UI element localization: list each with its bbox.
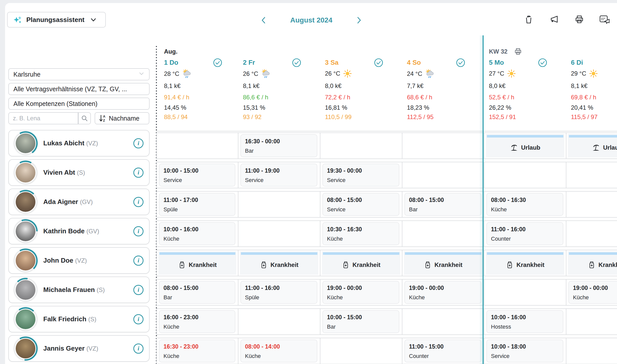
schedule-cell[interactable]: 10:00 - 15:00 Bar <box>320 308 402 335</box>
employee-card[interactable]: Ada Aigner (GV) i <box>8 189 150 215</box>
shift-chip[interactable]: 19:30 - 00:00 Service <box>322 164 399 187</box>
employee-info-button[interactable]: i <box>133 138 143 148</box>
schedule-cell[interactable]: 08:00 - 14:00 Küche <box>238 338 320 364</box>
shift-chip[interactable]: 11:00 - 17:00 Spüle <box>159 193 235 216</box>
schedule-cell[interactable]: 11:00 - 15:00 Counter <box>402 338 484 364</box>
absence-chip[interactable]: Krankheit <box>404 251 482 275</box>
day-label[interactable]: 4 So <box>407 59 421 66</box>
sort-by-lastname-button[interactable]: A Z Nachname <box>95 112 149 124</box>
competencies-select[interactable]: Alle Kompetenzen (Stationen) <box>8 98 150 110</box>
schedule-cell[interactable] <box>238 220 320 247</box>
employee-card[interactable]: Falk Friedrich (S) i <box>8 306 150 332</box>
shift-chip[interactable]: 19:00 - 00:00 Küche <box>404 281 481 304</box>
schedule-cell[interactable] <box>320 132 402 159</box>
schedule-cell[interactable]: 16:00 - 23:00 Küche <box>156 308 238 335</box>
shift-chip[interactable]: 08:00 - 15:00 Service <box>322 193 399 216</box>
schedule-cell[interactable] <box>156 132 238 159</box>
schedule-cell[interactable]: 16:30 - 00:00 Bar <box>238 132 320 159</box>
schedule-cell[interactable] <box>238 308 320 335</box>
schedule-cell[interactable] <box>566 220 617 247</box>
schedule-cell[interactable]: Krankheit <box>484 250 566 276</box>
schedule-cell[interactable]: 10:30 - 16:30 Küche <box>320 220 402 247</box>
employee-info-button[interactable]: i <box>133 197 143 207</box>
schedule-cell[interactable]: 19:00 - 00:00 Küche <box>320 279 402 306</box>
schedule-cell[interactable] <box>402 220 484 247</box>
day-label[interactable]: 6 Di <box>571 59 583 66</box>
day-check-icon[interactable] <box>292 58 301 68</box>
schedule-cell[interactable]: 19:30 - 00:00 Service <box>320 162 402 188</box>
shift-chip[interactable]: 16:30 - 00:00 Bar <box>240 134 317 157</box>
schedule-cell[interactable] <box>320 338 402 364</box>
schedule-cell[interactable] <box>484 162 566 188</box>
schedule-cell[interactable]: 11:00 - 17:00 Spüle <box>156 191 238 218</box>
schedule-cell[interactable]: 10:00 - 16:00 Küche <box>156 220 238 247</box>
schedule-cell[interactable]: 19:00 - 00:00 Küche <box>566 279 617 306</box>
shift-chip[interactable]: 10:00 - 16:00 Hostess <box>486 310 563 333</box>
schedule-cell[interactable] <box>566 338 617 364</box>
employee-card[interactable]: Lukas Abicht (VZ) i <box>8 130 150 156</box>
employee-card[interactable]: Jannis Geyer (VZ) i <box>8 335 150 362</box>
schedule-cell[interactable] <box>566 191 617 218</box>
schedule-cell[interactable] <box>566 162 617 188</box>
shift-chip[interactable]: 10:00 - 15:00 Bar <box>322 310 399 333</box>
employee-info-button[interactable]: i <box>133 314 143 324</box>
schedule-cell[interactable] <box>402 162 484 188</box>
day-check-icon[interactable] <box>538 58 547 68</box>
employee-info-button[interactable]: i <box>133 226 143 236</box>
schedule-cell[interactable]: 10:00 - 16:00 Hostess <box>484 308 566 335</box>
schedule-cell[interactable]: Urlaub <box>484 132 566 159</box>
shift-chip[interactable]: 11:00 - 16:00 Spüle <box>240 281 317 304</box>
shift-chip[interactable]: 11:00 - 19:00 Service <box>240 164 317 187</box>
schedule-cell[interactable]: 08:00 - 15:00 Service <box>320 191 402 218</box>
employee-info-button[interactable]: i <box>133 344 143 354</box>
shift-chip[interactable]: 08:00 - 14:00 Küche <box>240 339 317 362</box>
shift-chip[interactable]: 08:00 - 15:00 Bar <box>159 281 235 304</box>
absence-chip[interactable]: Krankheit <box>158 251 236 275</box>
day-check-icon[interactable] <box>374 58 383 68</box>
shift-chip[interactable]: 08:00 - 15:00 Bar <box>404 193 481 216</box>
shift-chip[interactable]: 19:00 - 00:00 Küche <box>568 281 617 304</box>
employee-search-input[interactable] <box>8 112 78 124</box>
schedule-cell[interactable]: 10:00 - 15:00 Service <box>156 162 238 188</box>
shift-chip[interactable]: 10:30 - 16:30 Küche <box>322 222 399 245</box>
absence-chip[interactable]: Krankheit <box>240 251 318 275</box>
shift-chip[interactable]: 16:30 - 23:00 Küche <box>159 339 235 362</box>
shift-chip[interactable]: 16:00 - 23:00 Küche <box>159 310 235 333</box>
schedule-cell[interactable] <box>402 308 484 335</box>
shift-chip[interactable]: 10:00 - 18:00 Service <box>486 339 563 362</box>
employee-card[interactable]: John Doe (VZ) i <box>8 247 150 274</box>
print-week-icon[interactable] <box>514 48 522 56</box>
schedule-cell[interactable] <box>566 308 617 335</box>
day-label[interactable]: 1 Do <box>164 59 178 66</box>
schedule-cell[interactable]: 10:00 - 18:00 Service <box>484 338 566 364</box>
schedule-cell[interactable] <box>484 279 566 306</box>
absence-chip[interactable]: Krankheit <box>486 251 564 275</box>
schedule-cell[interactable]: 08:00 - 15:00 Bar <box>156 279 238 306</box>
schedule-cell[interactable]: 08:00 - 15:00 Bar <box>402 191 484 218</box>
schedule-cell[interactable]: 11:00 - 16:00 Counter <box>484 220 566 247</box>
schedule-cell[interactable]: 11:00 - 16:00 Spüle <box>238 279 320 306</box>
employee-info-button[interactable]: i <box>133 168 143 178</box>
planning-assistant-button[interactable]: Planungsassistent <box>7 12 106 28</box>
schedule-cell[interactable]: Krankheit <box>402 250 484 276</box>
schedule-cell[interactable]: Krankheit <box>320 250 402 276</box>
employee-card[interactable]: Vivien Abt (S) i <box>8 159 150 186</box>
day-check-icon[interactable] <box>213 58 222 68</box>
employee-info-button[interactable]: i <box>133 285 143 295</box>
absence-chip[interactable]: Urlaub <box>568 134 617 157</box>
absence-chip[interactable]: Krankheit <box>322 251 400 275</box>
shift-chip[interactable]: 08:00 - 16:30 Küche <box>486 193 563 216</box>
day-label[interactable]: 3 Sa <box>325 59 339 66</box>
schedule-cell[interactable] <box>238 191 320 218</box>
schedule-cell[interactable]: Krankheit <box>566 250 617 276</box>
absence-chip[interactable]: Urlaub <box>486 134 564 157</box>
shift-chip[interactable]: 19:00 - 00:00 Küche <box>322 281 399 304</box>
shift-chip[interactable]: 10:00 - 15:00 Service <box>159 164 235 187</box>
shift-chip[interactable]: 10:00 - 16:00 Küche <box>159 222 235 245</box>
day-label[interactable]: 5 Mo <box>489 59 504 66</box>
location-select[interactable]: Karlsruhe <box>8 68 150 80</box>
contracts-select[interactable]: Alle Vertragsverhältnisse (VZ, TZ, GV, .… <box>8 83 150 95</box>
schedule-cell[interactable] <box>402 132 484 159</box>
day-label[interactable]: 2 Fr <box>243 59 255 66</box>
shift-chip[interactable]: 11:00 - 15:00 Counter <box>404 339 481 362</box>
